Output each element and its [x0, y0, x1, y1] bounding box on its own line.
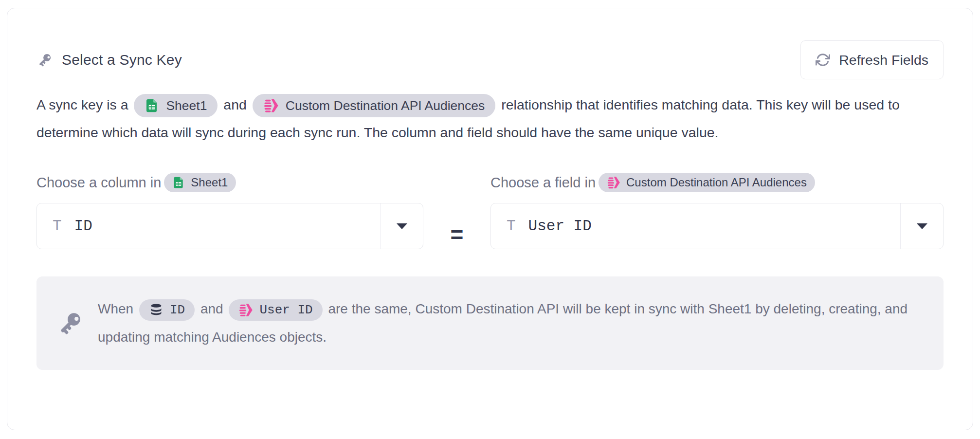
summary-text: When ID and — [98, 295, 924, 351]
destination-arrow-icon — [607, 176, 620, 189]
equals-sign: = — [451, 221, 464, 248]
chevron-down-icon — [916, 222, 928, 230]
summary-column-badge: ID — [139, 299, 195, 321]
source-table-badge: Sheet1 — [134, 94, 218, 117]
column-select-value: ID — [74, 218, 92, 235]
summary-prefix: When — [98, 301, 133, 316]
key-icon — [56, 309, 84, 337]
summary-column-badge-label: ID — [170, 296, 185, 324]
sheets-icon — [145, 98, 159, 113]
column-picker-table-badge-label: Sheet1 — [191, 176, 228, 189]
summary-field-badge: User ID — [229, 299, 322, 321]
panel-header: Select a Sync Key Refresh Fields — [36, 40, 944, 79]
field-picker-label-text: Choose a field in — [490, 175, 596, 191]
field-picker-label: Choose a field in Custom Destination API… — [490, 173, 944, 192]
sync-key-summary-box: When ID and — [36, 276, 944, 370]
column-picker-table-badge: Sheet1 — [164, 173, 236, 192]
field-select-dropdown[interactable]: T User ID — [490, 203, 944, 249]
description-conjunction: and — [223, 97, 247, 112]
picker-labels-row: Choose a column in Sheet1 Choose a field… — [36, 172, 944, 193]
destination-arrow-icon — [263, 98, 279, 113]
sync-key-description: A sync key is a Sheet1 and — [36, 91, 944, 146]
text-type-icon: T — [53, 219, 62, 234]
sync-key-panel: Select a Sync Key Refresh Fields A sync … — [7, 8, 973, 430]
text-type-icon: T — [507, 219, 516, 234]
database-icon — [149, 303, 163, 317]
refresh-button-label: Refresh Fields — [839, 52, 928, 68]
refresh-fields-button[interactable]: Refresh Fields — [800, 40, 944, 79]
sheets-icon — [172, 176, 185, 189]
column-select-caret-button[interactable] — [380, 203, 423, 249]
page-title: Select a Sync Key — [62, 52, 182, 68]
key-icon — [36, 52, 53, 68]
column-select-dropdown[interactable]: T ID — [36, 203, 423, 249]
column-picker-label-text: Choose a column in — [36, 175, 161, 191]
sync-key-controls: T ID = T User ID — [36, 203, 944, 249]
destination-arrow-icon — [238, 303, 253, 317]
field-select-caret-button[interactable] — [900, 203, 943, 249]
destination-table-badge-label: Custom Destination API Audiences — [286, 92, 485, 120]
field-select-value: User ID — [528, 218, 592, 235]
summary-conjunction: and — [200, 301, 223, 316]
description-prefix: A sync key is a — [36, 97, 128, 112]
summary-field-badge-label: User ID — [259, 296, 312, 324]
panel-title-group: Select a Sync Key — [36, 52, 182, 68]
destination-table-badge: Custom Destination API Audiences — [253, 94, 496, 117]
source-table-badge-label: Sheet1 — [166, 92, 207, 120]
chevron-down-icon — [396, 222, 408, 230]
column-picker-label: Choose a column in Sheet1 — [36, 173, 423, 192]
field-picker-table-badge: Custom Destination API Audiences — [599, 173, 815, 192]
refresh-icon — [816, 53, 830, 67]
field-picker-table-badge-label: Custom Destination API Audiences — [626, 176, 807, 189]
